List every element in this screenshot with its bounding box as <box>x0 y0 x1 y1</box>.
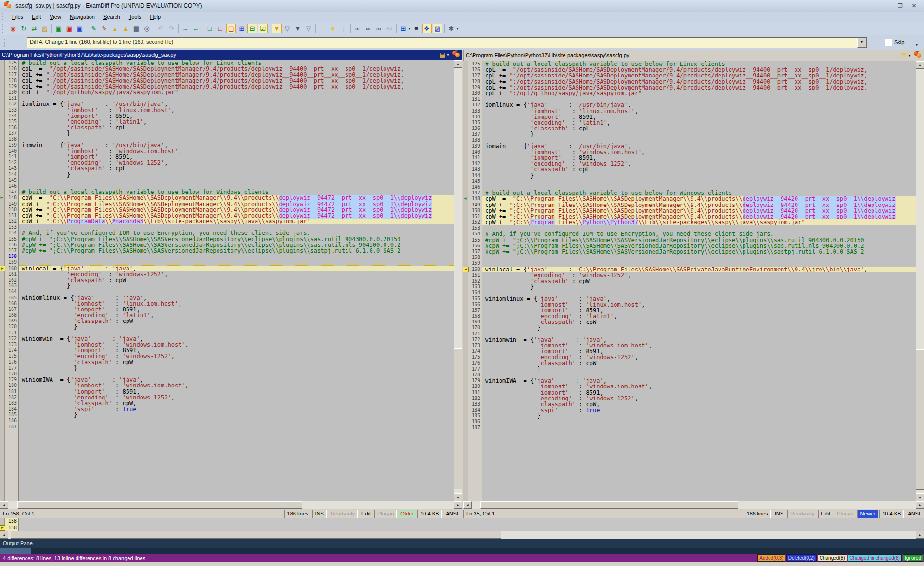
recompare-icon[interactable]: ↻ <box>19 24 28 33</box>
code-text[interactable]: 'encoding' : 'windows-1252', <box>19 271 454 277</box>
code-text[interactable]: } <box>19 324 454 330</box>
code-text[interactable]: #cpW += ";C:\\Program Files\\SASHome\\SA… <box>19 242 454 248</box>
current-block-icon[interactable]: ■ <box>328 24 338 33</box>
code-text[interactable]: cpW += ";C:\\Program Files\\SASHome\\SAS… <box>19 201 454 207</box>
save-both-files-icon[interactable]: ▣ <box>75 24 85 33</box>
code-text[interactable]: iomlinux = {'java' : '/usr/bin/java', <box>482 102 916 108</box>
current-diff-combobox[interactable]: Diff 4: Change 1 line (160, first file) … <box>27 37 867 48</box>
code-text[interactable]: 'iomhost' : 'windows.iom.host', <box>19 148 454 154</box>
editor-options-icon[interactable]: ▨ <box>433 24 442 33</box>
code-text[interactable]: cpL += ":/opt/github/saspy/java/saspyiom… <box>19 90 454 95</box>
code-text[interactable]: 'classpath' : cpL <box>19 125 454 130</box>
code-text[interactable]: cpW += ";C:\\ProgramData\\Anaconda3\\Lib… <box>19 219 454 224</box>
code-text[interactable]: } <box>19 130 454 136</box>
code-text[interactable]: cpW = "C:\\Program Files\\SASHome\\SASDe… <box>482 196 916 202</box>
code-text[interactable]: 'encoding' : 'latin1', <box>19 119 454 125</box>
code-text[interactable]: 'encoding' : 'windows-1252', <box>482 161 916 167</box>
code-text[interactable] <box>482 255 916 260</box>
code-text[interactable] <box>19 254 454 259</box>
options-icon-dropdown[interactable]: ▼ <box>456 27 459 30</box>
copy-path-icon[interactable]: ▤ <box>440 51 445 58</box>
code-text[interactable]: 'sspi' : True <box>19 406 454 412</box>
code-text[interactable]: winiomIWA = {'java' : 'java', <box>19 377 454 383</box>
code-text[interactable] <box>482 225 916 231</box>
code-text[interactable]: 'iomport' : 8591, <box>19 389 454 395</box>
show-second-pane-icon[interactable]: □ <box>216 24 225 33</box>
diffbar-overflow-caret[interactable]: ▼ <box>915 43 919 47</box>
code-text[interactable]: 'classpath' : cpW, <box>482 401 916 407</box>
copy-block-up-icon[interactable]: ↑ <box>318 24 327 33</box>
code-text[interactable] <box>19 183 454 189</box>
code-text[interactable]: winiomlinux = {'java' : 'java', <box>19 295 454 301</box>
code-text[interactable]: # build out a local classpath variable t… <box>482 190 916 196</box>
code-text[interactable]: 'iomport' : 8591, <box>19 307 454 312</box>
code-text[interactable]: 'encoding' : 'windows-1252', <box>19 395 454 400</box>
code-text[interactable] <box>19 330 454 336</box>
match-case-icon[interactable]: AB <box>385 24 394 33</box>
menu-item-navigation[interactable]: Navigation <box>65 13 99 21</box>
filter-added-lines-icon[interactable]: ▼ <box>293 24 303 33</box>
code-text[interactable]: # And, if you've configured IOM to use E… <box>482 231 916 237</box>
save-second-file-icon[interactable]: ▣ <box>64 24 74 33</box>
swap-panes-icon[interactable]: ⇄ <box>29 24 39 33</box>
code-text[interactable]: 'iomhost' : 'windows.iom.host', <box>482 384 916 389</box>
code-text[interactable]: 'iomport' : 8591, <box>482 390 916 396</box>
code-text[interactable] <box>482 331 916 337</box>
menu-drag-grip[interactable] <box>2 13 5 20</box>
skip-checkbox[interactable] <box>885 39 892 46</box>
code-text[interactable]: #cpW += ";C:\\Program Files\\SASHome\\SA… <box>482 243 916 249</box>
scroll-right-arrow[interactable]: ► <box>916 531 924 539</box>
code-text[interactable]: 'iomhost' : 'linux.iom.host', <box>482 302 916 308</box>
options-icon[interactable]: ✱ <box>447 24 456 33</box>
copy-path-dropdown-icon[interactable]: ▼ <box>446 53 449 57</box>
code-text[interactable]: #cpW += ";C:\\Program Files\\SASHome\\SA… <box>19 236 454 242</box>
code-text[interactable] <box>482 260 916 266</box>
code-text[interactable]: cpL += ":/opt/sasinside/SASHome/SASDeplo… <box>482 79 916 85</box>
menu-item-help[interactable]: Help <box>145 13 165 21</box>
vscroll-thumb[interactable] <box>916 349 924 490</box>
code-text[interactable]: 'classpath' : cpW <box>482 360 916 366</box>
code-text[interactable]: iomlinux = {'java' : '/usr/bin/java', <box>19 101 454 107</box>
scroll-left-arrow[interactable]: ◄ <box>0 501 8 509</box>
code-text[interactable]: cpW += ";C:\\Program Files\\SASHome\\SAS… <box>482 202 916 208</box>
code-text[interactable]: # And, if you've configured IOM to use E… <box>19 230 454 236</box>
code-text[interactable]: 'iomport' : 8591, <box>19 113 454 119</box>
find-next-icon[interactable]: ∞ <box>363 24 373 33</box>
code-text[interactable]: } <box>482 131 916 137</box>
code-text[interactable]: 'encoding' : 'latin1', <box>482 313 916 319</box>
find-previous-icon[interactable]: ∞ <box>374 24 384 33</box>
code-text[interactable]: cpL += ":/opt/sasinside/SASHome/SASDeplo… <box>482 73 916 78</box>
hscroll-thumb[interactable] <box>17 501 303 509</box>
code-text[interactable]: } <box>482 173 916 179</box>
next-difference-icon[interactable]: → <box>180 24 190 33</box>
code-text[interactable] <box>482 137 916 143</box>
code-text[interactable] <box>482 419 916 424</box>
code-text[interactable]: cpL += ":/opt/sasinside/SASHome/SASDeplo… <box>19 72 454 77</box>
code-text[interactable]: cpL += ":/opt/sasinside/SASHome/SASDeplo… <box>19 84 454 90</box>
code-text[interactable]: 'encoding' : 'latin1', <box>482 120 916 126</box>
scroll-up-arrow[interactable]: ▲ <box>916 61 924 69</box>
vertical-scrollbar[interactable]: ▲▼ <box>916 61 924 501</box>
edit-first-file-icon[interactable]: ✎ <box>89 24 99 33</box>
code-text[interactable]: cpW += ";C:\\Program Files\\SASHome\\SAS… <box>482 208 916 214</box>
code-text[interactable]: 'iomport' : 8591, <box>482 348 916 354</box>
vscroll-thumb[interactable] <box>454 348 462 489</box>
code-text[interactable]: } <box>482 366 916 372</box>
scroll-left-arrow[interactable]: ◄ <box>463 501 472 509</box>
code-text[interactable]: #cpW += ";C:\\Program Files\\SASHome\\SA… <box>19 248 454 254</box>
code-text[interactable]: 'iomhost' : 'windows.iom.host', <box>19 342 454 347</box>
show-first-pane-icon[interactable]: □ <box>205 24 215 33</box>
code-text[interactable]: 'encoding' : 'latin1', <box>19 312 454 318</box>
code-text[interactable] <box>19 289 454 295</box>
code-text[interactable]: 'iomport' : 8591, <box>482 155 916 161</box>
code-text[interactable]: 'classpath' : cpL <box>482 167 916 172</box>
code-text[interactable]: 'encoding' : 'windows-1252', <box>19 353 454 359</box>
code-text[interactable] <box>482 372 916 378</box>
toolbar-drag-grip[interactable] <box>2 24 5 33</box>
code-text[interactable]: 'encoding' : 'windows-1252', <box>482 396 916 401</box>
code-text[interactable]: 'iomhost' : 'windows.iom.host', <box>19 383 454 388</box>
code-text[interactable]: iomwin = {'java' : '/usr/bin/java', <box>482 143 916 149</box>
scroll-up-arrow[interactable]: ▲ <box>454 60 462 68</box>
code-text[interactable]: cpL += ":/opt/sasinside/SASHome/SASDeplo… <box>19 78 454 84</box>
code-text[interactable]: 'iomport' : 8591, <box>19 154 454 160</box>
